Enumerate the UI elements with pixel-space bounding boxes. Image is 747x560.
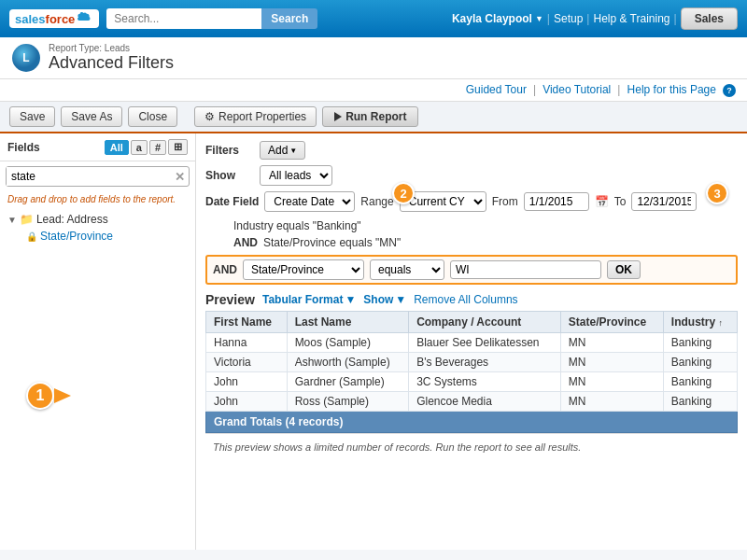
run-icon	[334, 112, 342, 121]
help-page-link[interactable]: Help for this Page	[627, 83, 716, 96]
add-filter-button[interactable]: Add ▼	[260, 141, 305, 160]
condition-row-1: Industry equals "Banking"	[205, 219, 738, 232]
calendar-icon-from[interactable]: 📅	[595, 195, 609, 208]
search-button[interactable]: Search	[261, 8, 317, 29]
nav-links: Kayla Claypool ▼ | Setup | Help & Traini…	[452, 7, 738, 30]
preview-note: This preview shows a limited number of r…	[205, 433, 738, 460]
tree-parent-label: Lead: Address	[36, 213, 108, 226]
and-label-1: AND	[233, 236, 258, 249]
salesforce-logo[interactable]: salesforce	[9, 9, 99, 28]
tree-child-state-province[interactable]: 🔒 State/Province	[4, 228, 191, 245]
table-row: JohnGardner (Sample)3C SystemsMNBanking	[206, 372, 738, 392]
user-name[interactable]: Kayla Claypool ▼	[452, 12, 543, 25]
date-field-select[interactable]: Create Date	[264, 191, 355, 212]
grand-totals-row: Grand Totals (4 records)	[206, 412, 738, 433]
filter-op-select[interactable]: equals	[370, 259, 444, 280]
report-type-label: Report Type: Leads	[49, 43, 174, 53]
filters-row: Filters Add ▼	[205, 141, 738, 160]
table-row: HannaMoos (Sample)Blauer See Delikatesse…	[206, 333, 738, 353]
show-select[interactable]: All leads	[260, 165, 332, 186]
run-report-button[interactable]: Run Report	[322, 106, 418, 127]
col-first-name: First Name	[206, 312, 288, 333]
tree-parent-lead-address[interactable]: ▼ 📁 Lead: Address	[4, 211, 191, 228]
badge-1-arrow	[54, 388, 71, 403]
table-header: First Name Last Name Company / Account S…	[206, 312, 738, 333]
from-date-input[interactable]	[524, 192, 589, 211]
sort-asc-icon: ↑	[719, 318, 724, 328]
guided-tour-link[interactable]: Guided Tour	[466, 83, 527, 96]
to-date-input[interactable]	[631, 192, 697, 211]
save-button[interactable]: Save	[9, 106, 55, 127]
show-row: Show All leads	[205, 165, 738, 186]
sales-button[interactable]: Sales	[681, 7, 738, 30]
col-company: Company / Account	[409, 312, 561, 333]
field-search-input[interactable]	[7, 167, 171, 186]
field-search-box: ✕	[6, 166, 190, 187]
tab-az[interactable]: a	[131, 140, 148, 155]
tree-toggle-icon: ▼	[7, 215, 17, 225]
preview-label: Preview	[205, 292, 255, 307]
table-row: VictoriaAshworth (Sample)B's BeveragesMN…	[206, 353, 738, 372]
clear-search-button[interactable]: ✕	[171, 168, 189, 186]
badge-1: 1	[26, 382, 54, 410]
filter-field-select[interactable]: State/Province	[243, 259, 364, 280]
right-panel: Filters Add ▼ Show All leads Date Field …	[196, 133, 747, 550]
search-input[interactable]	[106, 8, 261, 29]
top-navigation: salesforce Search Kayla Claypool ▼ | Set…	[0, 0, 747, 37]
field-icon: 🔒	[26, 231, 37, 242]
date-field-label: Date Field	[205, 195, 259, 208]
fields-label: Fields	[7, 141, 40, 154]
table-row: JohnRoss (Sample)Glencoe MediaMNBanking	[206, 392, 738, 412]
show-columns-button[interactable]: Show ▼	[363, 293, 406, 306]
table-body: HannaMoos (Sample)Blauer See Delikatesse…	[206, 333, 738, 412]
tab-hash[interactable]: #	[149, 140, 166, 155]
field-tree: ▼ 📁 Lead: Address 🔒 State/Province	[0, 207, 195, 540]
preview-table: First Name Last Name Company / Account S…	[205, 311, 738, 433]
help-bar: Guided Tour | Video Tutorial | Help for …	[0, 79, 747, 102]
close-button[interactable]: Close	[128, 106, 177, 127]
show-dropdown-icon: ▼	[395, 293, 406, 306]
format-button[interactable]: Tabular Format ▼	[262, 293, 356, 306]
help-training-link[interactable]: Help & Training	[593, 12, 669, 25]
filter-conditions: Industry equals "Banking" AND State/Prov…	[205, 219, 738, 249]
page-heading: Report Type: Leads Advanced Filters	[49, 43, 174, 73]
video-tutorial-link[interactable]: Video Tutorial	[543, 83, 611, 96]
col-last-name: Last Name	[287, 312, 409, 333]
active-filter-row: AND State/Province equals OK	[205, 255, 738, 285]
tree-child-label: State/Province	[40, 230, 113, 243]
tab-grid[interactable]: ⊞	[168, 139, 188, 155]
format-dropdown-icon: ▼	[345, 293, 356, 306]
remove-all-columns-link[interactable]: Remove All Columns	[414, 293, 517, 306]
fields-tabs: All a # ⊞	[105, 139, 188, 155]
show-label: Show	[205, 169, 252, 182]
filters-label: Filters	[205, 144, 252, 157]
condition-text-1: Industry equals "Banking"	[233, 219, 361, 232]
grand-totals-cell: Grand Totals (4 records)	[206, 412, 738, 433]
add-dropdown-arrow: ▼	[289, 147, 297, 155]
drag-hint: Drag and drop to add fields to the repor…	[0, 191, 195, 207]
fields-panel: Fields All a # ⊞ ✕ Drag and drop to add …	[0, 133, 196, 550]
report-properties-button[interactable]: ⚙ Report Properties	[194, 106, 317, 127]
ok-button[interactable]: OK	[607, 260, 641, 279]
badge-3: 3	[706, 182, 728, 204]
sub-header: L Report Type: Leads Advanced Filters	[0, 37, 747, 79]
save-as-button[interactable]: Save As	[61, 106, 122, 127]
search-bar: Search	[106, 8, 312, 29]
col-industry[interactable]: Industry ↑	[663, 312, 737, 333]
date-row: Date Field Create Date Range Current CY …	[205, 191, 738, 212]
filter-value-input[interactable]	[450, 260, 601, 279]
preview-section: Preview Tabular Format ▼ Show ▼ Remove A…	[205, 292, 738, 460]
toolbar: Save Save As Close ⚙ Report Properties R…	[0, 102, 747, 133]
leads-icon: L	[11, 43, 41, 73]
page-title: Advanced Filters	[49, 53, 174, 73]
help-icon[interactable]: ?	[723, 84, 736, 97]
table-header-row: First Name Last Name Company / Account S…	[206, 312, 738, 333]
preview-header: Preview Tabular Format ▼ Show ▼ Remove A…	[205, 292, 738, 307]
condition-text-2: State/Province equals "MN"	[263, 236, 401, 249]
fields-header: Fields All a # ⊞	[0, 133, 195, 161]
setup-link[interactable]: Setup	[554, 12, 583, 25]
condition-row-2: AND State/Province equals "MN"	[205, 236, 738, 249]
tab-all[interactable]: All	[105, 140, 129, 155]
range-label: Range	[360, 195, 393, 208]
main-content: Fields All a # ⊞ ✕ Drag and drop to add …	[0, 133, 747, 550]
